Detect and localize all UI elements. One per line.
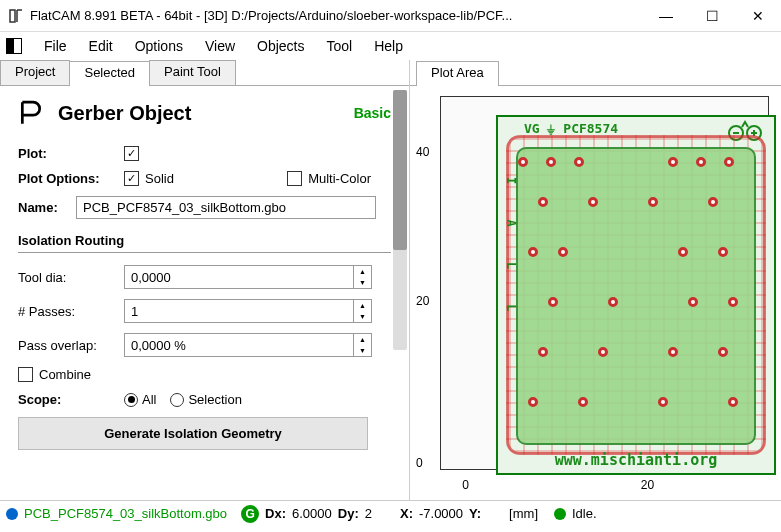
menu-tool[interactable]: Tool bbox=[317, 36, 363, 56]
status-bar: PCB_PCF8574_03_silkBottom.gbo G Dx: 6.00… bbox=[0, 500, 781, 526]
x-tick: 0 bbox=[462, 478, 469, 492]
panel-heading: Gerber Object bbox=[58, 102, 340, 125]
menu-help[interactable]: Help bbox=[364, 36, 413, 56]
menu-objects[interactable]: Objects bbox=[247, 36, 314, 56]
overlap-label: Pass overlap: bbox=[18, 338, 124, 353]
status-filename: PCB_PCF8574_03_silkBottom.gbo bbox=[24, 506, 227, 521]
tab-project[interactable]: Project bbox=[0, 60, 70, 85]
gerber-icon bbox=[18, 100, 44, 126]
name-label: Name: bbox=[18, 200, 76, 215]
y-label: Y: bbox=[469, 506, 481, 521]
tool-dia-label: Tool dia: bbox=[18, 270, 124, 285]
tab-paint-tool[interactable]: Paint Tool bbox=[149, 60, 236, 85]
titlebar: FlatCAM 8.991 BETA - 64bit - [3D] D:/Pro… bbox=[0, 0, 781, 32]
pcb-label-bottom: www.mischianti.org bbox=[498, 451, 774, 469]
tool-dia-spinner[interactable]: ▲▼ bbox=[124, 265, 372, 289]
tab-selected[interactable]: Selected bbox=[69, 61, 150, 86]
plot-canvas[interactable]: VG ⏚ PCF8574 I A L L www.mischianti.org bbox=[440, 96, 769, 470]
combine-label: Combine bbox=[39, 367, 91, 382]
dx-label: Dx: bbox=[265, 506, 286, 521]
x-tick: 20 bbox=[641, 478, 654, 492]
solid-checkbox[interactable] bbox=[124, 171, 139, 186]
scope-selection-radio[interactable] bbox=[170, 393, 184, 407]
maximize-button[interactable]: ☐ bbox=[689, 0, 735, 32]
multicolor-checkbox[interactable] bbox=[287, 171, 302, 186]
tool-dia-input[interactable] bbox=[125, 266, 353, 288]
overlap-input[interactable] bbox=[125, 334, 353, 356]
y-tick: 0 bbox=[416, 456, 423, 470]
scope-label: Scope: bbox=[18, 392, 124, 407]
close-button[interactable]: ✕ bbox=[735, 0, 781, 32]
solid-label: Solid bbox=[145, 171, 174, 186]
status-text: Idle. bbox=[572, 506, 597, 521]
panel-scrollbar[interactable] bbox=[393, 90, 407, 350]
status-dot-icon bbox=[6, 508, 18, 520]
grid-icon[interactable]: G bbox=[241, 505, 259, 523]
plot-label: Plot: bbox=[18, 146, 124, 161]
dx-value: 6.0000 bbox=[292, 506, 332, 521]
passes-input[interactable] bbox=[125, 300, 353, 322]
plot-options-label: Plot Options: bbox=[18, 171, 124, 186]
left-tabs: Project Selected Paint Tool bbox=[0, 60, 409, 86]
x-label: X: bbox=[400, 506, 413, 521]
x-value: -7.0000 bbox=[419, 506, 463, 521]
menu-view[interactable]: View bbox=[195, 36, 245, 56]
plot-area[interactable]: 40 20 0 0 20 VG ⏚ PCF8574 bbox=[410, 86, 781, 500]
app-icon bbox=[8, 8, 24, 24]
theme-toggle-icon[interactable] bbox=[6, 38, 22, 54]
dy-value: 2 bbox=[365, 506, 372, 521]
left-panel: Project Selected Paint Tool Gerber Objec… bbox=[0, 60, 410, 500]
plot-checkbox[interactable] bbox=[124, 146, 139, 161]
scope-selection-label: Selection bbox=[188, 392, 241, 407]
window-title: FlatCAM 8.991 BETA - 64bit - [3D] D:/Pro… bbox=[30, 8, 643, 23]
y-tick: 40 bbox=[416, 145, 429, 159]
y-tick: 20 bbox=[416, 294, 429, 308]
passes-label: # Passes: bbox=[18, 304, 124, 319]
menu-file[interactable]: File bbox=[34, 36, 77, 56]
mode-basic[interactable]: Basic bbox=[354, 105, 391, 121]
pcb-label-top: VG ⏚ PCF8574 bbox=[524, 121, 618, 136]
overlap-spinner[interactable]: ▲▼ bbox=[124, 333, 372, 357]
pcb-copper bbox=[516, 147, 756, 445]
menubar: File Edit Options View Objects Tool Help bbox=[0, 32, 781, 60]
menu-options[interactable]: Options bbox=[125, 36, 193, 56]
right-panel: Plot Area 40 20 0 0 20 VG ⏚ PCF8574 bbox=[410, 60, 781, 500]
pcb-outline: VG ⏚ PCF8574 I A L L www.mischianti.org bbox=[496, 115, 776, 475]
scope-all-radio[interactable] bbox=[124, 393, 138, 407]
name-input[interactable] bbox=[76, 196, 376, 219]
multicolor-label: Multi-Color bbox=[308, 171, 371, 186]
combine-checkbox[interactable] bbox=[18, 367, 33, 382]
tab-plot-area[interactable]: Plot Area bbox=[416, 61, 499, 86]
generate-isolation-button[interactable]: Generate Isolation Geometry bbox=[18, 417, 368, 450]
dy-label: Dy: bbox=[338, 506, 359, 521]
minimize-button[interactable]: — bbox=[643, 0, 689, 32]
idle-dot-icon bbox=[554, 508, 566, 520]
passes-spinner[interactable]: ▲▼ bbox=[124, 299, 372, 323]
units-label: [mm] bbox=[509, 506, 538, 521]
menu-edit[interactable]: Edit bbox=[79, 36, 123, 56]
isolation-heading: Isolation Routing bbox=[18, 233, 391, 253]
scope-all-label: All bbox=[142, 392, 156, 407]
svg-rect-0 bbox=[10, 10, 15, 22]
pcb-label-side: I A L L bbox=[504, 177, 518, 326]
